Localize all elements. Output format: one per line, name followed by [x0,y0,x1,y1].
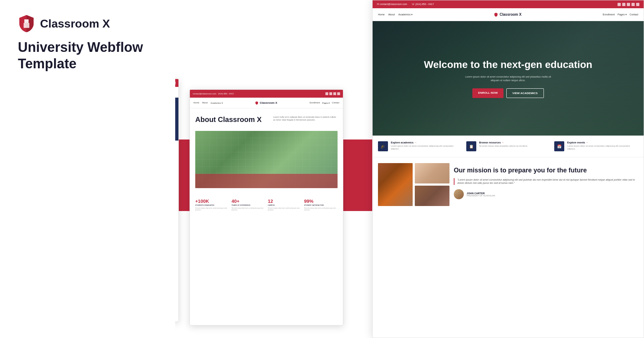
p3-nav-home[interactable]: Home [378,13,385,16]
p3-nav-enrollment[interactable]: Enrollment [603,13,615,16]
p3-nav-about[interactable]: About [388,13,395,16]
p2-nav-academics[interactable]: Academics ▾ [211,102,223,104]
p3-mission-title: Our mission is to prepare you for the fu… [454,167,638,175]
p3-person-info: JOHN CARTER PRESIDENT OF SCHOOLAR [467,192,495,197]
p3-feature-1-title: Explore academics → [391,141,462,144]
p3-topbar-icons [618,3,639,6]
p2-stat-1-number: +100K [195,199,229,204]
p3-mission-person: JOHN CARTER PRESIDENT OF SCHOOLAR [454,189,638,199]
p3-mission-bottom-image [415,186,449,206]
p3-mission-student-laptop [378,163,413,206]
p3-person-name: JOHN CARTER [467,192,495,195]
p3-academics-icon: 🎓 [381,144,385,148]
p2-stat-4-text: Sit amet massa vitae tortor condi tacini… [304,207,338,211]
p2-content: About Classroom X Laorci nulla sit in va… [190,108,343,194]
p2-social-icon-2 [329,92,332,95]
p3-nav-contact[interactable]: Contact [630,13,638,16]
p3-topbar-email: ✉ contact@classroom.com [377,3,407,6]
p2-stat-4-label: STUDENT SATISFACTION [304,204,338,206]
p3-feature-3-title: Explore events → [567,141,638,144]
svg-rect-0 [24,19,29,23]
p3-mission-students-group [415,186,449,206]
p3-mission-images [378,163,449,206]
p2-stat-1-label: STUDENTS GRADUATED [195,204,229,206]
p3-feature-2-title: Browse resources → [479,141,528,144]
p2-stat-2-label: YEARS OF EXPERIENCE [232,204,265,206]
p3-mission: Our mission is to prepare you for the fu… [373,157,644,212]
p3-nav: Home About Academics ▾ Classroom X Enrol… [373,8,644,21]
p2-topbar: contact@classroom.com (414) 850 - 0417 [190,90,343,98]
p3-feature-2[interactable]: 📋 Browse resources → Sit amet massa vita… [466,141,550,151]
p3-feature-2-text: Sit amet massa vitae phasellus ultrece a… [479,145,528,148]
p3-feature-1-content: Explore academics → Lorem ipsum dolor si… [391,141,462,151]
p3-nav-right: Enrollment Pages ▾ Contact [603,13,638,16]
p3-mission-main-image [378,163,413,206]
p3-features: 🎓 Explore academics → Lorem ipsum dolor … [373,136,644,157]
p2-stat-3-number: 12 [268,199,301,204]
p2-nav-contact[interactable]: Contact [332,102,339,104]
p2-about-text: Laorci nulla sit in valiquat diam ut ven… [273,116,338,122]
p2-stat-4-number: 99% [304,199,338,204]
p3-hero-title: Welcome to the next-gen education [424,59,593,71]
p2-stat-1: +100K STUDENTS GRADUATED Sit amet massa … [195,199,229,211]
p2-topbar-contact: contact@classroom.com (414) 850 - 0417 [193,93,234,95]
p3-hero: Welcome to the next-gen education Lorem … [373,21,644,136]
p2-stat-2-number: 40+ [232,199,265,204]
p3-enroll-button[interactable]: ENROLL NOW [472,88,503,98]
brand-header: Classroom X [18,14,157,33]
p3-nav-brand: Classroom X [494,13,521,17]
p2-social-icon-4 [337,92,340,95]
p2-stat-2: 40+ YEARS OF EXPERIENCE Sit amet massa v… [232,199,265,211]
p3-nav-academics[interactable]: Academics ▾ [398,13,413,16]
p3-topbar-phone: ☏ (414) 850 - 0417 [412,3,434,6]
p2-nav-links: Home About Academics ▾ [193,102,223,104]
p3-social-icon-3 [627,3,630,6]
p3-hero-buttons: ENROLL NOW VIEW ACADEMICS [424,88,593,98]
p2-stats: +100K STUDENTS GRADUATED Sit amet massa … [190,194,343,216]
p3-feature-1-text: Lorem ipsum dolor sit amet consectetur a… [391,145,462,151]
preview-home-hero[interactable]: ✉ contact@classroom.com ☏ (414) 850 - 04… [372,0,644,338]
brand-name: Classroom X [40,17,110,30]
p3-feature-2-content: Browse resources → Sit amet massa vitae … [479,141,528,148]
p2-nav: Home About Academics ▾ Classroom X Enrol… [190,98,343,108]
p3-hero-content: Welcome to the next-gen education Lorem … [424,59,593,98]
p3-feature-3[interactable]: 📅 Explore events → Lorem ipsum dolor sit… [554,141,638,151]
p3-mission-top-image [415,163,449,183]
p2-nav-pages[interactable]: Pages ▾ [322,102,330,104]
p3-social-icon-4 [631,3,635,6]
p2-about-title: About Classroom X [195,116,270,124]
p2-building-overlay [195,174,338,188]
p3-feature-2-icon: 📋 [466,141,476,151]
p2-about-header: About Classroom X Laorci nulla sit in va… [195,116,338,127]
tagline: University Webflow Template [18,39,157,72]
p3-social-icon-1 [618,3,621,6]
p3-academics-button[interactable]: VIEW ACADEMICS [506,88,544,98]
svg-rect-1 [24,23,29,28]
p3-topbar-left: ✉ contact@classroom.com ☏ (414) 850 - 04… [377,3,434,6]
p3-nav-pages[interactable]: Pages ▾ [618,13,627,16]
p3-social-icon-2 [622,3,625,6]
p3-hero-subtitle: Lorem ipsum dolor sit amet consectetur a… [462,75,555,83]
brand-logo [18,14,35,33]
p3-feature-3-content: Explore events → Lorem ipsum dolor sit a… [567,141,638,151]
preview-about-classroom[interactable]: contact@classroom.com (414) 850 - 0417 H… [190,89,343,325]
left-panel: Classroom X University Webflow Template [0,0,175,338]
p3-social-icon-5 [636,3,639,6]
p2-stat-4: 99% STUDENT SATISFACTION Sit amet massa … [304,199,338,211]
p2-nav-about[interactable]: About [202,102,208,104]
p2-social-icon-3 [333,92,336,95]
p2-stat-3-text: Sit amet massa vitae tortor condi tacini… [268,207,301,211]
p2-stat-3-label: CAMPUS [268,204,301,206]
p3-mission-student-smile [415,163,449,183]
p2-nav-right: Enrollment Pages ▾ Contact [310,102,339,104]
p2-nav-enrollment[interactable]: Enrollment [310,102,320,104]
p3-feature-1[interactable]: 🎓 Explore academics → Lorem ipsum dolor … [378,141,462,151]
p3-mission-content: Our mission is to prepare you for the fu… [454,163,638,206]
p3-events-icon: 📅 [557,144,561,148]
p3-topbar: ✉ contact@classroom.com ☏ (414) 850 - 04… [373,0,644,8]
p2-social-icon-1 [325,92,328,95]
p2-building-image [195,131,338,188]
p3-avatar [454,189,464,199]
p2-nav-home[interactable]: Home [193,102,199,104]
p3-feature-3-text: Lorem ipsum dolor sit amet consectetur a… [567,145,638,151]
